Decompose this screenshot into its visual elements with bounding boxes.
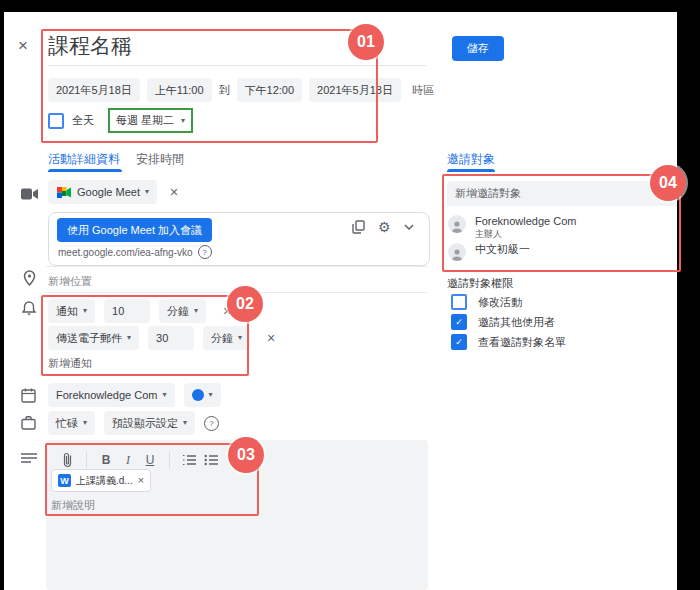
remove-meet-icon[interactable]: × [170,185,178,199]
timezone-button[interactable]: 時區 [412,83,434,98]
notification-unit-dropdown[interactable]: 分鐘 ▾ [203,326,250,350]
avatar [448,243,466,261]
bulleted-list-icon[interactable] [200,454,222,466]
busy-status-dropdown[interactable]: 忙碌 ▾ [48,411,95,435]
toolbar-separator [86,452,87,468]
attach-paperclip-icon[interactable] [56,452,78,468]
briefcase-icon [21,416,36,430]
guest-name: 中文初級一 [475,243,530,256]
meet-provider-label: Google Meet [77,186,140,198]
event-title-input[interactable]: 課程名稱 [48,32,132,60]
location-input[interactable]: 新增位置 [48,274,92,289]
guest-name: Foreknowledge Com [475,215,577,228]
notification-row-1: 通知 ▾ 10 分鐘 ▾ × [48,299,231,323]
annotation-badge-02: 02 [227,286,263,322]
recurrence-dropdown[interactable]: 每週 星期二 [116,113,174,128]
attachment-name: 上課講義.d... [76,474,133,488]
see-guest-list-checkbox[interactable]: ✓ [451,334,467,350]
chevron-down-icon: ▾ [183,419,187,427]
meet-card-actions: ⚙ [352,220,414,234]
add-notification-button[interactable]: 新增通知 [48,356,92,371]
permission-label: 查看邀請對象名單 [478,335,566,350]
remove-attachment-icon[interactable]: × [138,475,144,486]
start-time-field[interactable]: 上午11:00 [147,78,212,102]
permission-row[interactable]: ✓ 邀請其他使用者 [451,314,555,330]
meet-link-row: meet.google.com/iea-afng-vko ? [58,245,212,259]
guest-row[interactable]: Foreknowledge Com 主辦人 [448,215,577,241]
notification-unit-dropdown[interactable]: 分鐘 ▾ [159,299,206,323]
chevron-down-icon: ▾ [209,391,213,399]
italic-button[interactable]: I [117,453,139,468]
description-placeholder[interactable]: 新增說明 [51,498,95,513]
modify-event-checkbox[interactable] [451,294,467,310]
join-meet-button[interactable]: 使用 Google Meet 加入會議 [57,218,212,242]
visibility-label: 預設顯示設定 [112,416,178,431]
calendar-icon [21,388,36,403]
bell-icon [22,301,36,316]
event-color-dropdown[interactable]: ▾ [184,383,221,407]
notification-method-dropdown[interactable]: 通知 ▾ [48,299,95,323]
guest-permissions-title: 邀請對象權限 [447,276,513,291]
tab-schedule[interactable]: 安排時間 [136,151,184,168]
allday-row: 全天 每週 星期二 ▾ [48,108,193,133]
notification-value-input[interactable]: 30 [148,326,194,350]
permission-row[interactable]: 修改活動 [451,294,522,310]
visibility-dropdown[interactable]: 預設顯示設定 ▾ [104,411,195,435]
permission-row[interactable]: ✓ 查看邀請對象名單 [451,334,566,350]
end-time-field[interactable]: 下午12:00 [237,78,303,102]
attachment-chip[interactable]: W 上課講義.d... × [51,469,151,492]
divider [46,266,428,267]
add-guests-input[interactable]: 新增邀請對象 [447,181,677,206]
chevron-down-icon: ▾ [127,334,131,342]
notification-unit-label: 分鐘 [211,331,233,346]
copy-icon[interactable] [352,220,365,234]
guest-role: 主辦人 [475,228,577,241]
help-icon[interactable]: ? [204,416,219,431]
notification-value-input[interactable]: 10 [104,299,150,323]
invite-others-checkbox[interactable]: ✓ [451,314,467,330]
notification-method-dropdown[interactable]: 傳送電子郵件 ▾ [48,326,139,350]
chevron-down-icon: ▾ [83,419,87,427]
underline-button[interactable]: U [139,453,161,467]
meet-link[interactable]: meet.google.com/iea-afng-vko [58,247,193,258]
video-camera-icon [21,188,38,200]
numbered-list-icon[interactable] [178,454,200,466]
chevron-down-icon: ▾ [145,188,149,196]
tab-guests-underline [447,169,495,172]
status-row: 忙碌 ▾ 預設顯示設定 ▾ ? [48,411,219,435]
annotation-badge-03: 03 [228,437,264,473]
tab-event-details[interactable]: 活動詳細資料 [48,151,120,168]
chevron-down-icon: ▾ [83,307,87,315]
guest-row[interactable]: 中文初級一 [448,243,530,261]
word-doc-icon: W [58,474,71,487]
color-dot-icon [192,389,204,401]
chevron-down-icon: ▾ [163,391,167,399]
calendar-event-editor: × 課程名稱 儲存 2021年5月18日 上午11:00 到 下午12:00 2… [0,0,700,590]
close-icon[interactable]: × [18,36,28,56]
end-date-field[interactable]: 2021年5月18日 [309,78,401,102]
notification-method-label: 傳送電子郵件 [56,331,122,346]
chevron-down-icon[interactable] [404,224,414,230]
meet-settings-gear-icon[interactable]: ⚙ [378,220,391,234]
notification-row-2: 傳送電子郵件 ▾ 30 分鐘 ▾ × [48,326,275,350]
meet-provider-dropdown[interactable]: Google Meet ▾ [48,180,157,204]
toolbar-separator [169,452,170,468]
meet-info-icon[interactable]: ? [198,245,212,259]
description-icon [21,453,37,464]
google-meet-icon [56,186,72,199]
chevron-down-icon: ▾ [181,117,185,125]
save-button[interactable]: 儲存 [452,36,504,61]
chevron-down-icon: ▾ [194,307,198,315]
bold-button[interactable]: B [95,453,117,467]
avatar [448,215,466,233]
tab-details-underline [48,169,122,172]
remove-notification-icon[interactable]: × [267,331,275,345]
tab-guests[interactable]: 邀請對象 [447,151,495,168]
calendar-select-dropdown[interactable]: Foreknowledge Com ▾ [48,383,175,407]
calendar-name-label: Foreknowledge Com [56,389,158,401]
location-pin-icon [23,270,36,286]
start-date-field[interactable]: 2021年5月18日 [48,78,140,102]
notification-unit-label: 分鐘 [167,304,189,319]
all-day-checkbox[interactable] [48,113,64,129]
meet-provider-row: Google Meet ▾ × [48,180,178,204]
